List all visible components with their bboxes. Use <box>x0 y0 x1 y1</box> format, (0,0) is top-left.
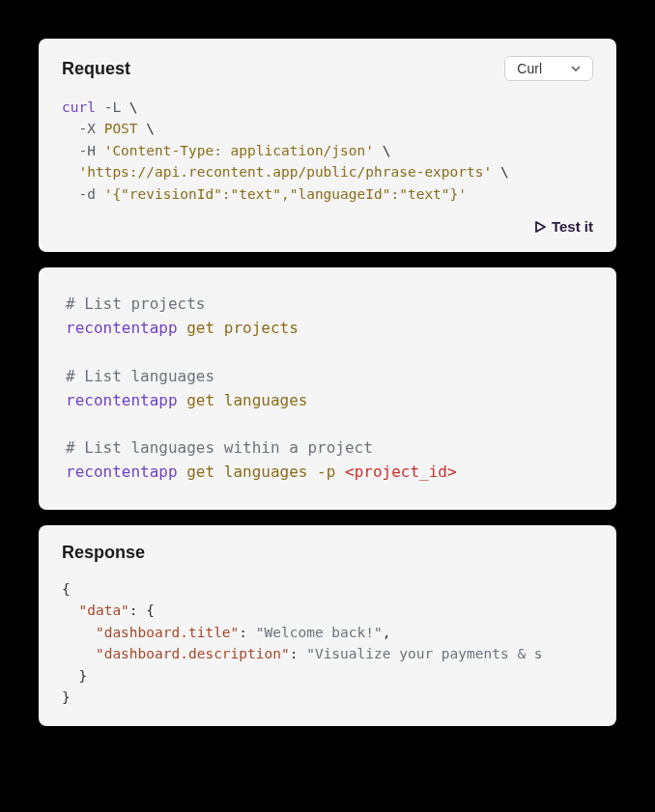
language-dropdown[interactable]: Curl <box>504 56 593 81</box>
cli-code: # List projects recontentapp get project… <box>66 293 589 484</box>
cli-panel: # List projects recontentapp get project… <box>39 267 616 509</box>
request-title: Request <box>62 59 130 79</box>
response-title: Response <box>62 543 593 563</box>
request-header: Request Curl <box>62 56 593 81</box>
chevron-down-icon <box>571 66 581 71</box>
play-icon <box>535 221 546 233</box>
response-code: { "data": { "dashboard.title": "Welcome … <box>62 578 593 709</box>
request-code: curl -L \ -X POST \ -H 'Content-Type: ap… <box>62 97 593 205</box>
dropdown-selected: Curl <box>517 61 542 76</box>
test-it-button[interactable]: Test it <box>535 218 593 235</box>
request-panel: Request Curl curl -L \ -X POST \ -H 'Con… <box>39 39 616 252</box>
response-panel: Response { "data": { "dashboard.title": … <box>39 525 616 726</box>
test-row: Test it <box>62 218 593 235</box>
test-it-label: Test it <box>552 218 593 235</box>
